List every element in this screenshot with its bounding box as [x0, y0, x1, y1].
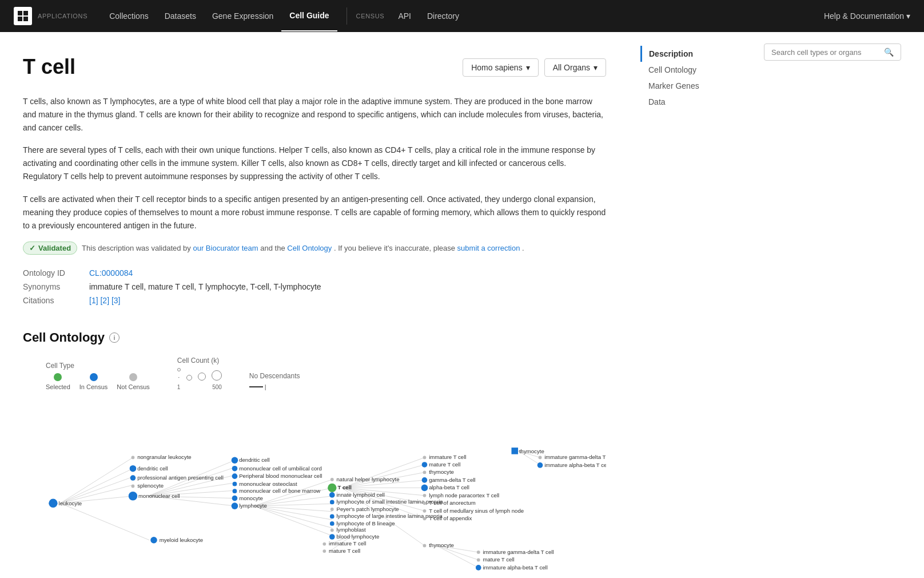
node-lymphocyte-large-intestine[interactable] — [330, 514, 334, 518]
node-gamma-delta[interactable] — [422, 477, 428, 483]
help-documentation-button[interactable]: Help & Documentation ▾ — [824, 11, 910, 21]
label-thymocyte-mid: thymocyte — [429, 542, 454, 548]
organs-dropdown[interactable]: All Organs ▾ — [544, 58, 606, 77]
node-mature-t-left[interactable] — [322, 549, 326, 553]
nav-api[interactable]: API — [390, 1, 419, 31]
node-mature-t-right[interactable] — [422, 462, 428, 468]
label-immature-t-right: immature T cell — [429, 454, 466, 460]
node-mature-t-mid[interactable] — [477, 558, 480, 561]
label-lymphocyte: lymphocyte — [239, 502, 267, 509]
node-blood-lymphocyte[interactable] — [329, 534, 335, 540]
label-thymocyte-top: thymocyte — [519, 448, 544, 454]
synonyms-row: Synonyms immature T cell, mature T cell,… — [23, 280, 606, 294]
node-professional-antigen[interactable] — [130, 475, 136, 481]
app-logo: APPLICATIONS — [14, 7, 87, 25]
node-lymphoblast[interactable] — [330, 528, 334, 532]
ontology-id-row: Ontology ID CL:0000084 — [23, 266, 606, 280]
sidebar-item-cell-ontology[interactable]: Cell Ontology — [640, 62, 743, 78]
selected-dot — [54, 373, 62, 381]
node-lymph-node-paracortex[interactable] — [423, 494, 427, 497]
sidebar-item-marker-genes[interactable]: Marker Genes — [640, 78, 743, 94]
node-lymphocyte-small-intestine[interactable] — [330, 500, 334, 504]
small-circle — [177, 368, 181, 371]
ontology-id-link[interactable]: CL:0000084 — [89, 268, 133, 278]
node-lymphocyte[interactable] — [232, 502, 238, 509]
sidebar-item-description[interactable]: Description — [640, 46, 743, 62]
node-t-cell-anorectum[interactable] — [423, 501, 427, 505]
label-gamma-delta: gamma-delta T cell — [429, 477, 475, 483]
sidebar-item-data[interactable]: Data — [640, 94, 743, 110]
census-nav-links: API Directory — [390, 1, 467, 31]
node-pbmc[interactable] — [232, 473, 238, 479]
node-t-cell-medullary[interactable] — [423, 509, 427, 513]
node-monocyte[interactable] — [232, 496, 238, 501]
node-nongranular[interactable] — [132, 456, 135, 459]
biocurator-link[interactable]: our Biocurator team — [193, 244, 258, 252]
ontology-graph: leukocyte nongranular leukocyte dendriti… — [23, 402, 606, 578]
node-innate-lymphoid[interactable] — [329, 492, 335, 498]
citation-2[interactable]: [2] — [100, 296, 109, 305]
label-mature-t-right: mature T cell — [429, 461, 460, 468]
node-splenocyte[interactable] — [132, 484, 135, 488]
nav-datasets[interactable]: Datasets — [157, 1, 204, 31]
node-immature-gamma-delta-mid[interactable] — [477, 551, 480, 554]
nav-collections[interactable]: Collections — [101, 1, 156, 31]
node-immature-alpha-beta-top[interactable] — [537, 462, 543, 468]
census-section-label: CENSUS — [356, 13, 385, 19]
node-lymphocyte-b[interactable] — [330, 521, 334, 526]
node-immature-t-right[interactable] — [423, 456, 427, 459]
ontology-label: Ontology ID — [23, 268, 80, 278]
cell-ontology-heading: Cell Ontology i — [23, 330, 606, 345]
checkmark-icon: ✓ — [29, 244, 35, 252]
label-lymphocyte-b: lymphocyte of B lineage — [336, 520, 395, 526]
cell-ontology-link[interactable]: Cell Ontology — [287, 244, 332, 252]
label-t-cell-appendix: T cell of appendix — [429, 515, 472, 521]
node-natural-helper[interactable] — [330, 478, 334, 481]
node-dendritic2[interactable] — [232, 457, 238, 464]
node-dendritic[interactable] — [130, 465, 137, 472]
node-t-cell-appendix[interactable] — [423, 517, 427, 520]
node-thymocyte-top[interactable] — [511, 448, 518, 454]
label-t-cell-medullary: T cell of medullary sinus of lymph node — [429, 508, 524, 514]
node-myeloid[interactable] — [150, 537, 157, 544]
node-thymocyte-mid[interactable] — [423, 544, 427, 547]
species-dropdown[interactable]: Homo sapiens ▾ — [463, 58, 539, 77]
nav-divider — [346, 7, 347, 25]
node-alpha-beta[interactable] — [421, 484, 428, 491]
medium-circle — [198, 373, 206, 381]
node-thymocyte-right[interactable] — [423, 470, 427, 474]
no-descendants-title: No Descendants — [249, 372, 300, 380]
citation-3[interactable]: [3] — [111, 296, 121, 305]
in-census-dot — [90, 373, 98, 381]
dash-line — [249, 386, 263, 387]
cell-count-size-items: · — [177, 368, 222, 381]
submit-correction-link[interactable]: submit a correction — [457, 244, 520, 252]
nav-cell-guide[interactable]: Cell Guide — [281, 1, 337, 31]
svg-line-11 — [148, 468, 234, 496]
label-dendritic: dendritic cell — [137, 465, 168, 471]
node-leukocyte[interactable] — [49, 498, 57, 507]
node-immature-alpha-beta-mid[interactable] — [476, 565, 481, 571]
info-icon[interactable]: i — [109, 332, 120, 343]
description-p1: T cells, also known as T lymphocytes, ar… — [23, 95, 606, 134]
node-t-cell[interactable] — [328, 484, 336, 492]
node-mononuclear-bone[interactable] — [233, 489, 237, 493]
count-dot-2 — [186, 375, 192, 381]
count-dot-1: · — [177, 368, 181, 381]
search-bar[interactable]: 🔍 — [764, 43, 901, 61]
node-mononuclear-umbilical[interactable] — [232, 466, 238, 472]
nav-gene-expression[interactable]: Gene Expression — [204, 1, 281, 31]
nav-directory[interactable]: Directory — [419, 1, 467, 31]
medium-small-circle — [186, 375, 192, 381]
node-peyers-patch[interactable] — [330, 508, 334, 511]
node-immature-t-left[interactable] — [322, 542, 326, 545]
node-mononuclear[interactable] — [129, 492, 137, 500]
svg-line-6 — [60, 477, 133, 503]
citation-1[interactable]: [1] — [89, 296, 98, 305]
right-sidebar: Description Cell Ontology Marker Genes D… — [629, 32, 755, 578]
node-mononuclear-osteo[interactable] — [233, 482, 237, 486]
cell-ontology-section: Cell Ontology i Cell Type Selected — [23, 330, 606, 578]
chevron-down-icon: ▾ — [906, 11, 910, 21]
search-input[interactable] — [771, 48, 879, 57]
node-immature-gamma-delta[interactable] — [539, 456, 542, 459]
